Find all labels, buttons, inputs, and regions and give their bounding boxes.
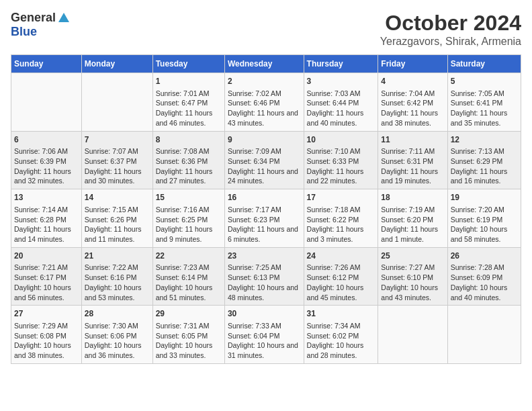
day-number: 29 (156, 308, 222, 320)
day-info: Sunrise: 7:33 AM Sunset: 6:04 PM Dayligh… (228, 321, 301, 361)
day-info: Sunrise: 7:18 AM Sunset: 6:22 PM Dayligh… (307, 205, 375, 244)
day-info: Sunrise: 7:13 AM Sunset: 6:29 PM Dayligh… (451, 146, 518, 186)
day-number: 17 (307, 192, 375, 203)
logo-general-text: General (11, 11, 56, 25)
day-info: Sunrise: 7:34 AM Sunset: 6:02 PM Dayligh… (307, 321, 375, 361)
day-info: Sunrise: 7:11 AM Sunset: 6:31 PM Dayligh… (381, 146, 444, 186)
calendar-cell: 20Sunrise: 7:21 AM Sunset: 6:17 PM Dayli… (11, 247, 82, 306)
day-info: Sunrise: 7:06 AM Sunset: 6:39 PM Dayligh… (14, 146, 79, 186)
calendar-cell: 21Sunrise: 7:22 AM Sunset: 6:16 PM Dayli… (81, 247, 152, 306)
day-number: 24 (307, 250, 375, 262)
logo-icon (57, 11, 71, 25)
calendar-cell (11, 73, 82, 132)
day-info: Sunrise: 7:25 AM Sunset: 6:13 PM Dayligh… (228, 263, 301, 302)
day-info: Sunrise: 7:28 AM Sunset: 6:09 PM Dayligh… (451, 263, 518, 302)
day-number: 7 (85, 134, 150, 146)
day-info: Sunrise: 7:20 AM Sunset: 6:19 PM Dayligh… (451, 205, 518, 244)
day-info: Sunrise: 7:29 AM Sunset: 6:08 PM Dayligh… (14, 321, 79, 361)
page-header: General Blue October 2024 Yerazgavors, S… (11, 11, 521, 48)
calendar-cell (447, 306, 521, 364)
svg-marker-0 (58, 13, 69, 22)
day-info: Sunrise: 7:07 AM Sunset: 6:37 PM Dayligh… (85, 146, 150, 186)
calendar-cell: 3Sunrise: 7:03 AM Sunset: 6:44 PM Daylig… (304, 73, 378, 132)
column-header-monday: Monday (81, 55, 152, 73)
day-info: Sunrise: 7:10 AM Sunset: 6:33 PM Dayligh… (307, 146, 375, 186)
calendar-cell (81, 73, 152, 132)
day-info: Sunrise: 7:19 AM Sunset: 6:20 PM Dayligh… (381, 205, 444, 244)
day-number: 8 (156, 134, 222, 146)
calendar-cell: 28Sunrise: 7:30 AM Sunset: 6:06 PM Dayli… (81, 306, 152, 364)
day-info: Sunrise: 7:21 AM Sunset: 6:17 PM Dayligh… (14, 263, 79, 302)
day-info: Sunrise: 7:16 AM Sunset: 6:25 PM Dayligh… (156, 205, 222, 244)
calendar-cell: 4Sunrise: 7:04 AM Sunset: 6:42 PM Daylig… (378, 73, 447, 132)
calendar-cell: 23Sunrise: 7:25 AM Sunset: 6:13 PM Dayli… (224, 247, 304, 306)
day-number: 15 (156, 192, 222, 203)
calendar-cell: 1Sunrise: 7:01 AM Sunset: 6:47 PM Daylig… (152, 73, 224, 132)
calendar-week-2: 6Sunrise: 7:06 AM Sunset: 6:39 PM Daylig… (11, 131, 521, 189)
day-info: Sunrise: 7:02 AM Sunset: 6:46 PM Dayligh… (228, 89, 301, 128)
day-number: 13 (14, 192, 79, 203)
day-number: 12 (451, 134, 518, 146)
column-header-wednesday: Wednesday (224, 55, 304, 73)
calendar-header: SundayMondayTuesdayWednesdayThursdayFrid… (11, 55, 521, 73)
day-info: Sunrise: 7:23 AM Sunset: 6:14 PM Dayligh… (156, 263, 222, 302)
calendar-cell: 26Sunrise: 7:28 AM Sunset: 6:09 PM Dayli… (447, 247, 521, 306)
calendar-cell: 5Sunrise: 7:05 AM Sunset: 6:41 PM Daylig… (447, 73, 521, 132)
day-number: 10 (307, 134, 375, 146)
day-info: Sunrise: 7:30 AM Sunset: 6:06 PM Dayligh… (85, 321, 150, 361)
calendar-cell: 14Sunrise: 7:15 AM Sunset: 6:26 PM Dayli… (81, 189, 152, 248)
calendar-cell: 6Sunrise: 7:06 AM Sunset: 6:39 PM Daylig… (11, 131, 82, 189)
day-number: 31 (307, 308, 375, 320)
calendar-week-3: 13Sunrise: 7:14 AM Sunset: 6:28 PM Dayli… (11, 189, 521, 248)
calendar-cell: 8Sunrise: 7:08 AM Sunset: 6:36 PM Daylig… (152, 131, 224, 189)
calendar-cell: 22Sunrise: 7:23 AM Sunset: 6:14 PM Dayli… (152, 247, 224, 306)
day-number: 27 (14, 308, 79, 320)
day-number: 4 (381, 76, 444, 87)
day-number: 23 (228, 250, 301, 262)
calendar-cell: 16Sunrise: 7:17 AM Sunset: 6:23 PM Dayli… (224, 189, 304, 248)
calendar-table: SundayMondayTuesdayWednesdayThursdayFrid… (11, 54, 521, 364)
calendar-week-1: 1Sunrise: 7:01 AM Sunset: 6:47 PM Daylig… (11, 73, 521, 132)
logo: General Blue (11, 11, 71, 39)
calendar-cell: 30Sunrise: 7:33 AM Sunset: 6:04 PM Dayli… (224, 306, 304, 364)
calendar-cell: 7Sunrise: 7:07 AM Sunset: 6:37 PM Daylig… (81, 131, 152, 189)
day-number: 18 (381, 192, 444, 203)
logo-blue-text: Blue (11, 25, 37, 39)
column-header-tuesday: Tuesday (152, 55, 224, 73)
calendar-cell: 9Sunrise: 7:09 AM Sunset: 6:34 PM Daylig… (224, 131, 304, 189)
calendar-cell (378, 306, 447, 364)
calendar-cell: 18Sunrise: 7:19 AM Sunset: 6:20 PM Dayli… (378, 189, 447, 248)
calendar-cell: 29Sunrise: 7:31 AM Sunset: 6:05 PM Dayli… (152, 306, 224, 364)
day-info: Sunrise: 7:15 AM Sunset: 6:26 PM Dayligh… (85, 205, 150, 244)
location: Yerazgavors, Shirak, Armenia (380, 36, 521, 48)
day-number: 1 (156, 76, 222, 87)
day-info: Sunrise: 7:27 AM Sunset: 6:10 PM Dayligh… (381, 263, 444, 302)
day-number: 16 (228, 192, 301, 203)
column-header-saturday: Saturday (447, 55, 521, 73)
day-number: 26 (451, 250, 518, 262)
calendar-week-5: 27Sunrise: 7:29 AM Sunset: 6:08 PM Dayli… (11, 306, 521, 364)
day-number: 20 (14, 250, 79, 262)
calendar-cell: 13Sunrise: 7:14 AM Sunset: 6:28 PM Dayli… (11, 189, 82, 248)
calendar-cell: 19Sunrise: 7:20 AM Sunset: 6:19 PM Dayli… (447, 189, 521, 248)
calendar-cell: 31Sunrise: 7:34 AM Sunset: 6:02 PM Dayli… (304, 306, 378, 364)
day-info: Sunrise: 7:17 AM Sunset: 6:23 PM Dayligh… (228, 205, 301, 244)
column-header-thursday: Thursday (304, 55, 378, 73)
day-number: 6 (14, 134, 79, 146)
day-number: 3 (307, 76, 375, 87)
day-info: Sunrise: 7:03 AM Sunset: 6:44 PM Dayligh… (307, 89, 375, 128)
day-number: 28 (85, 308, 150, 320)
column-header-sunday: Sunday (11, 55, 82, 73)
day-number: 21 (85, 250, 150, 262)
calendar-cell: 15Sunrise: 7:16 AM Sunset: 6:25 PM Dayli… (152, 189, 224, 248)
day-number: 19 (451, 192, 518, 203)
title-section: October 2024 Yerazgavors, Shirak, Armeni… (380, 11, 521, 48)
day-info: Sunrise: 7:14 AM Sunset: 6:28 PM Dayligh… (14, 205, 79, 244)
day-info: Sunrise: 7:04 AM Sunset: 6:42 PM Dayligh… (381, 89, 444, 128)
day-info: Sunrise: 7:22 AM Sunset: 6:16 PM Dayligh… (85, 263, 150, 302)
calendar-cell: 10Sunrise: 7:10 AM Sunset: 6:33 PM Dayli… (304, 131, 378, 189)
day-number: 14 (85, 192, 150, 203)
day-number: 11 (381, 134, 444, 146)
calendar-cell: 17Sunrise: 7:18 AM Sunset: 6:22 PM Dayli… (304, 189, 378, 248)
calendar-week-4: 20Sunrise: 7:21 AM Sunset: 6:17 PM Dayli… (11, 247, 521, 306)
